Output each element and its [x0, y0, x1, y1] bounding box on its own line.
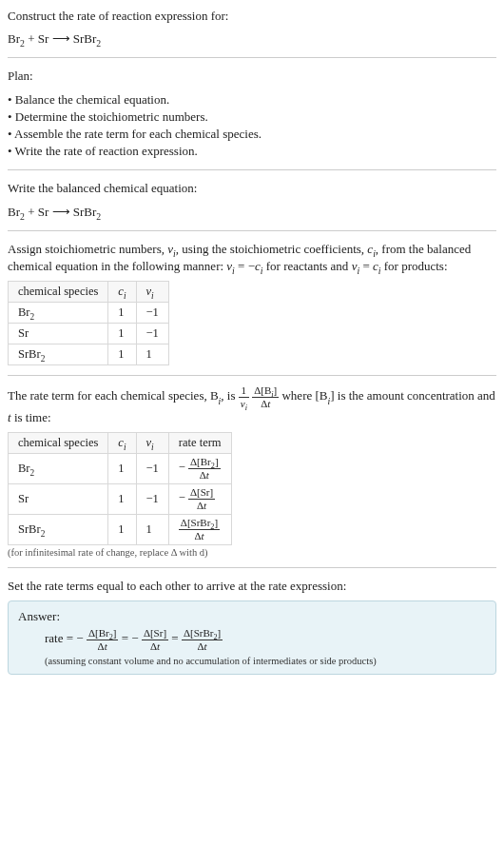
cell-c: 1 [108, 324, 136, 344]
cell-c: 1 [108, 344, 136, 365]
answer-label: Answer: [18, 609, 486, 624]
table-row: Sr 1 −1 [9, 324, 169, 344]
cell-v: 1 [136, 344, 168, 365]
plan-list: • Balance the chemical equation. • Deter… [8, 91, 496, 161]
col-species: chemical species [9, 433, 108, 454]
cell-species: SrBr2 [9, 515, 108, 545]
final-heading: Set the rate terms equal to each other t… [8, 578, 496, 595]
cell-v: −1 [136, 454, 168, 484]
stoich-intro: Assign stoichiometric numbers, νi, using… [8, 241, 496, 275]
table-row: Br2 1 −1 − Δ[Br2]Δt [9, 454, 232, 484]
table-row: SrBr2 1 1 [9, 344, 169, 365]
table-row: SrBr2 1 1 Δ[SrBr2]Δt [9, 515, 232, 545]
cell-v: −1 [136, 324, 168, 344]
table-row: Sr 1 −1 − Δ[Sr]Δt [9, 484, 232, 515]
prompt-reaction: Br2 + Sr ⟶ SrBr2 [8, 30, 496, 48]
cell-c: 1 [108, 303, 136, 324]
col-rate: rate term [168, 433, 231, 454]
balanced-heading: Write the balanced chemical equation: [8, 180, 496, 197]
cell-species: SrBr2 [9, 344, 108, 365]
cell-v: −1 [136, 303, 168, 324]
answer-note: (assuming constant volume and no accumul… [45, 656, 486, 666]
cell-rate: − Δ[Br2]Δt [168, 454, 231, 484]
prompt-title: Construct the rate of reaction expressio… [8, 8, 496, 25]
table-row: Br2 1 −1 [9, 303, 169, 324]
cell-species: Sr [9, 484, 108, 515]
cell-c: 1 [108, 484, 136, 515]
divider [8, 567, 496, 568]
rate-term-table: chemical species ci νi rate term Br2 1 −… [8, 432, 232, 545]
cell-species: Br2 [9, 303, 108, 324]
col-v: νi [136, 433, 168, 454]
cell-c: 1 [108, 454, 136, 484]
plan-item: • Write the rate of reaction expression. [8, 143, 496, 160]
plan-item: • Assemble the rate term for each chemic… [8, 126, 496, 143]
plan-item: • Balance the chemical equation. [8, 91, 496, 108]
divider [8, 57, 496, 58]
cell-v: −1 [136, 484, 168, 515]
answer-box: Answer: rate = − Δ[Br2]Δt = − Δ[Sr]Δt = … [8, 600, 496, 675]
balanced-reaction: Br2 + Sr ⟶ SrBr2 [8, 204, 496, 221]
cell-v: 1 [136, 515, 168, 545]
cell-species: Sr [9, 324, 108, 344]
cell-rate: Δ[SrBr2]Δt [168, 515, 231, 545]
table-header-row: chemical species ci νi [9, 282, 169, 303]
divider [8, 169, 496, 170]
cell-rate: − Δ[Sr]Δt [168, 484, 231, 515]
col-c: ci [108, 433, 136, 454]
stoich-table: chemical species ci νi Br2 1 −1 Sr 1 −1 … [8, 281, 169, 365]
col-c: ci [108, 282, 136, 303]
table-note: (for infinitesimal rate of change, repla… [8, 547, 496, 558]
answer-expression: rate = − Δ[Br2]Δt = − Δ[Sr]Δt = Δ[SrBr2]… [45, 628, 486, 652]
cell-species: Br2 [9, 454, 108, 484]
rate-term-intro: The rate term for each chemical species,… [8, 385, 496, 426]
divider [8, 375, 496, 376]
divider [8, 230, 496, 231]
table-header-row: chemical species ci νi rate term [9, 433, 232, 454]
plan-heading: Plan: [8, 68, 496, 85]
col-species: chemical species [9, 282, 108, 303]
cell-c: 1 [108, 515, 136, 545]
col-v: νi [136, 282, 168, 303]
plan-item: • Determine the stoichiometric numbers. [8, 108, 496, 126]
